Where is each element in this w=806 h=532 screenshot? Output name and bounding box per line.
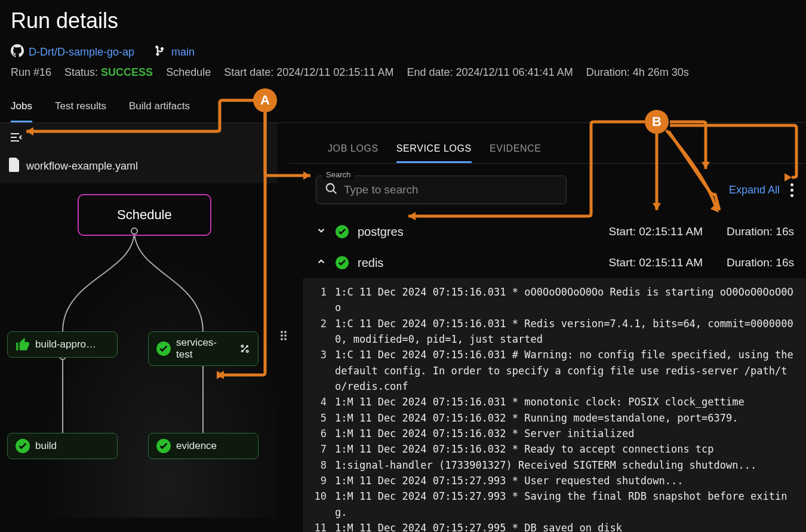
check-circle-icon	[335, 256, 349, 270]
svg-line-23	[333, 190, 337, 194]
repo-link[interactable]: D-Drt/D-sample-go-ap	[29, 46, 134, 59]
node-label: evidence	[176, 440, 217, 452]
svg-point-18	[281, 334, 283, 337]
svg-point-21	[284, 338, 287, 340]
node-label: build-appro…	[35, 339, 96, 350]
service-start: Start: 02:15:11 AM	[609, 256, 703, 269]
service-start: Start: 02:15:11 AM	[609, 225, 703, 238]
run-id: Run #16	[11, 66, 51, 79]
file-icon	[8, 158, 20, 175]
log-tabs: JOB LOGS SERVICE LOGS EVIDENCE	[290, 137, 806, 164]
search-icon	[325, 182, 338, 198]
workflow-file[interactable]: workflow-example.yaml	[26, 160, 138, 173]
svg-point-17	[284, 331, 287, 333]
expand-all-button[interactable]: Expand All	[729, 184, 780, 196]
tab-evidence[interactable]: EVIDENCE	[490, 137, 542, 163]
node-evidence[interactable]: evidence	[148, 433, 259, 459]
more-menu-icon[interactable]	[790, 183, 794, 197]
log-line: 81:signal-handler (1733901327) Received …	[312, 457, 796, 473]
duration: Duration: 4h 26m 30s	[586, 66, 689, 79]
check-circle-icon	[15, 438, 30, 454]
node-schedule[interactable]: Schedule	[78, 194, 211, 236]
log-line: 11:C 11 Dec 2024 07:15:16.031 * oO0OoO0O…	[312, 284, 796, 316]
service-name: postgres	[358, 225, 404, 239]
thumbs-up-icon	[15, 337, 30, 352]
log-line: 41:M 11 Dec 2024 07:15:16.031 * monotoni…	[312, 394, 796, 410]
log-line: 61:M 11 Dec 2024 07:15:16.032 * Server i…	[312, 426, 796, 441]
log-line: 21:C 11 Dec 2024 07:15:16.031 * Redis ve…	[312, 316, 796, 348]
check-circle-icon	[335, 225, 349, 239]
svg-point-19	[284, 334, 287, 337]
tab-jobs[interactable]: Jobs	[11, 91, 32, 122]
search-box[interactable]: Search	[316, 176, 567, 204]
splitter-handle[interactable]	[278, 123, 290, 532]
svg-point-16	[281, 331, 283, 333]
check-circle-icon	[156, 341, 171, 356]
schedule-label: Schedule	[166, 66, 211, 79]
service-logs: 11:C 11 Dec 2024 07:15:16.031 * oO0OoO0O…	[303, 278, 806, 532]
svg-point-10	[247, 350, 248, 352]
end-date: End date: 2024/12/11 06:41:41 AM	[407, 66, 573, 79]
branch-icon	[155, 45, 167, 60]
node-build-approve[interactable]: build-appro…	[7, 331, 118, 358]
svg-point-22	[327, 184, 334, 192]
search-input[interactable]	[344, 183, 558, 196]
svg-point-20	[281, 338, 283, 340]
log-line: 31:C 11 Dec 2024 07:15:16.031 # Warning:…	[312, 347, 796, 394]
log-line: 111:M 11 Dec 2024 07:15:27.995 * DB save…	[312, 520, 796, 532]
chevron-up-icon	[316, 256, 329, 270]
branch-link[interactable]: main	[171, 46, 195, 59]
tab-job-logs[interactable]: JOB LOGS	[328, 137, 379, 163]
service-row-redis[interactable]: redis Start: 02:15:11 AM Duration: 16s	[290, 247, 806, 278]
node-label: services-test	[176, 337, 230, 361]
collapse-sidebar-icon[interactable]	[8, 130, 23, 144]
service-duration: Duration: 16s	[727, 256, 794, 269]
check-circle-icon	[156, 438, 171, 454]
service-name: redis	[358, 256, 383, 270]
node-label: build	[35, 440, 57, 452]
log-line: 91:M 11 Dec 2024 07:15:27.993 * User req…	[312, 473, 796, 488]
chevron-down-icon	[316, 225, 329, 239]
status: Status: SUCCESS	[64, 66, 153, 79]
service-row-postgres[interactable]: postgres Start: 02:15:11 AM Duration: 16…	[290, 216, 806, 247]
search-label: Search	[322, 170, 354, 179]
node-build[interactable]: build	[7, 433, 118, 459]
tab-build-artifacts[interactable]: Build artifacts	[129, 91, 190, 122]
github-icon	[11, 44, 24, 60]
tab-test-results[interactable]: Test results	[55, 91, 106, 122]
log-line: 71:M 11 Dec 2024 07:15:16.032 * Ready to…	[312, 441, 796, 457]
main-tabs: Jobs Test results Build artifacts	[0, 91, 806, 123]
service-duration: Duration: 16s	[727, 225, 794, 238]
page-title: Run details	[11, 8, 795, 33]
tab-service-logs[interactable]: SERVICE LOGS	[396, 137, 472, 163]
start-date: Start date: 2024/12/11 02:15:11 AM	[224, 66, 393, 79]
command-icon	[239, 343, 251, 355]
log-line: 51:M 11 Dec 2024 07:15:16.032 * Running …	[312, 410, 796, 426]
svg-point-9	[241, 345, 243, 347]
node-services-test[interactable]: services-test	[148, 331, 259, 366]
log-line: 101:M 11 Dec 2024 07:15:27.993 * Saving …	[312, 488, 796, 520]
